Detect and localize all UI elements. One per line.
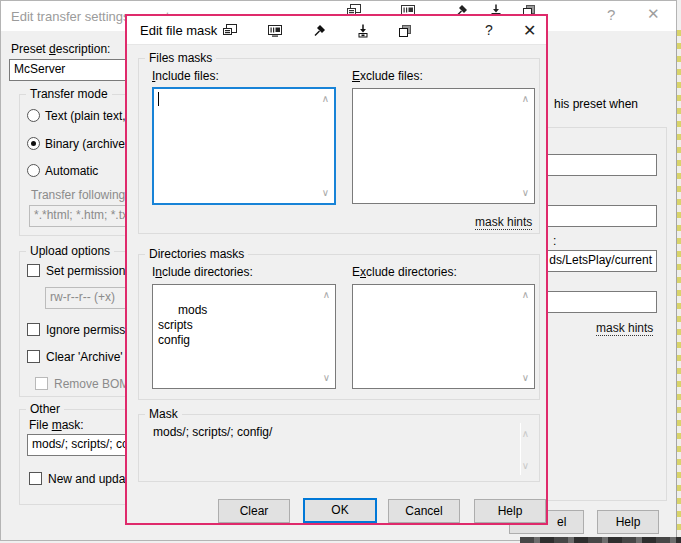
scrollbar-track bbox=[520, 423, 521, 475]
exclude-directories-textarea[interactable]: ∧ ∨ bbox=[352, 284, 535, 389]
scroll-down-arrow[interactable]: ∨ bbox=[322, 188, 329, 198]
scroll-up-arrow[interactable]: ∧ bbox=[323, 290, 330, 300]
ok-button[interactable]: OK bbox=[303, 498, 377, 523]
use-preset-when-text: his preset when bbox=[554, 97, 638, 111]
rule-field-2[interactable] bbox=[541, 205, 657, 227]
bg-cancel-label-fragment: el bbox=[557, 511, 566, 533]
cancel-button[interactable]: Cancel bbox=[388, 499, 460, 523]
exclude-files-label: Exclude files: bbox=[352, 69, 423, 83]
rule-field-3[interactable] bbox=[541, 291, 657, 313]
exclude-files-textarea[interactable]: ∧ ∨ bbox=[352, 88, 535, 204]
autoselection-group bbox=[536, 127, 667, 501]
transfer-mode-legend: Transfer mode bbox=[26, 87, 112, 101]
desktop-edge-strip bbox=[676, 30, 681, 543]
file-mask-input[interactable]: mods/; scripts/; conf bbox=[27, 434, 127, 456]
scroll-down-arrow[interactable]: ∨ bbox=[323, 373, 330, 383]
include-directories-label: Include directories: bbox=[152, 265, 253, 279]
scroll-down-arrow[interactable]: ∨ bbox=[522, 188, 529, 198]
scroll-up-arrow[interactable]: ∧ bbox=[322, 94, 329, 104]
dock-window-icon[interactable] bbox=[267, 23, 283, 39]
other-legend: Other bbox=[26, 402, 64, 416]
scroll-up-arrow: ∧ bbox=[522, 429, 529, 439]
rule-label-colon: : bbox=[553, 234, 556, 248]
fg-dialog-title: Edit file mask bbox=[140, 23, 217, 38]
upload-options-legend: Upload options bbox=[26, 244, 114, 258]
set-permissions-checkbox[interactable] bbox=[27, 264, 40, 277]
bg-help-icon[interactable]: ? bbox=[607, 6, 615, 23]
bg-close-icon[interactable]: ✕ bbox=[647, 5, 660, 23]
new-updated-checkbox[interactable] bbox=[29, 472, 42, 485]
remove-bom-checkbox bbox=[35, 377, 48, 390]
include-directories-textarea[interactable]: mods scripts config ∧ ∨ bbox=[152, 284, 336, 389]
preset-description-input[interactable]: McServer bbox=[9, 59, 127, 81]
clear-archive-label: Clear 'Archive' at bbox=[46, 350, 136, 364]
mask-group: Mask mods/; scripts/; config/ ∧ ∨ bbox=[138, 414, 540, 482]
bg-mask-hints-link[interactable]: mask hints bbox=[596, 321, 653, 336]
scroll-up-arrow[interactable]: ∧ bbox=[522, 94, 529, 104]
radio-text-label: Text (plain text, h bbox=[45, 109, 136, 123]
import-down-icon[interactable] bbox=[355, 23, 371, 39]
radio-automatic-mode[interactable] bbox=[27, 164, 40, 177]
shrink-window-icon[interactable] bbox=[222, 23, 238, 39]
files-masks-legend: Files masks bbox=[145, 51, 216, 65]
radio-text-mode[interactable] bbox=[27, 109, 40, 122]
pin-icon[interactable] bbox=[312, 23, 328, 39]
exclude-directories-label: Exclude directories: bbox=[352, 265, 457, 279]
clear-archive-checkbox[interactable] bbox=[27, 350, 40, 363]
directories-masks-legend: Directories masks bbox=[145, 247, 248, 261]
background-window-strip bbox=[520, 537, 681, 543]
scroll-down-arrow[interactable]: ∨ bbox=[522, 373, 529, 383]
mask-legend: Mask bbox=[145, 407, 182, 421]
radio-automatic-label: Automatic bbox=[45, 164, 98, 178]
screen: Edit transfer settings preset ? ✕ Preset… bbox=[0, 0, 681, 543]
clear-button[interactable]: Clear bbox=[218, 499, 290, 523]
mask-summary-value: mods/; scripts/; config/ bbox=[153, 425, 272, 439]
scroll-up-arrow[interactable]: ∧ bbox=[522, 290, 529, 300]
ignore-permissions-checkbox[interactable] bbox=[27, 323, 40, 336]
transfer-following-label: Transfer following fil bbox=[31, 188, 137, 202]
directory-path-input[interactable]: ds/LetsPlay/current bbox=[541, 250, 657, 272]
radio-binary-mode[interactable] bbox=[27, 137, 40, 150]
transfer-following-input: *.*html; *.htm; *.tx bbox=[29, 205, 127, 227]
fg-mask-hints-link[interactable]: mask hints bbox=[475, 215, 532, 230]
fg-close-icon[interactable]: ✕ bbox=[523, 21, 536, 40]
fg-help-icon[interactable]: ? bbox=[485, 22, 493, 38]
file-mask-label: File mask: bbox=[29, 418, 84, 432]
text-caret bbox=[158, 92, 159, 106]
edit-file-mask-dialog: Edit file mask ? ✕ Files masks Include f… bbox=[125, 14, 548, 525]
include-files-label: Include files: bbox=[152, 69, 219, 83]
radio-selected-dot bbox=[31, 141, 36, 146]
rule-field-1[interactable] bbox=[541, 154, 657, 176]
help-button[interactable]: Help bbox=[474, 499, 546, 523]
preset-description-label: Preset description: bbox=[11, 42, 110, 56]
copy-window-icon[interactable] bbox=[397, 23, 413, 39]
include-files-textarea[interactable]: ∧ ∨ bbox=[152, 87, 336, 205]
scroll-down-arrow: ∨ bbox=[522, 461, 529, 471]
bg-help-button[interactable]: Help bbox=[597, 510, 659, 534]
set-permissions-label: Set permissions: bbox=[46, 264, 135, 278]
permissions-input: rw-r--r-- (+x) bbox=[45, 287, 127, 309]
